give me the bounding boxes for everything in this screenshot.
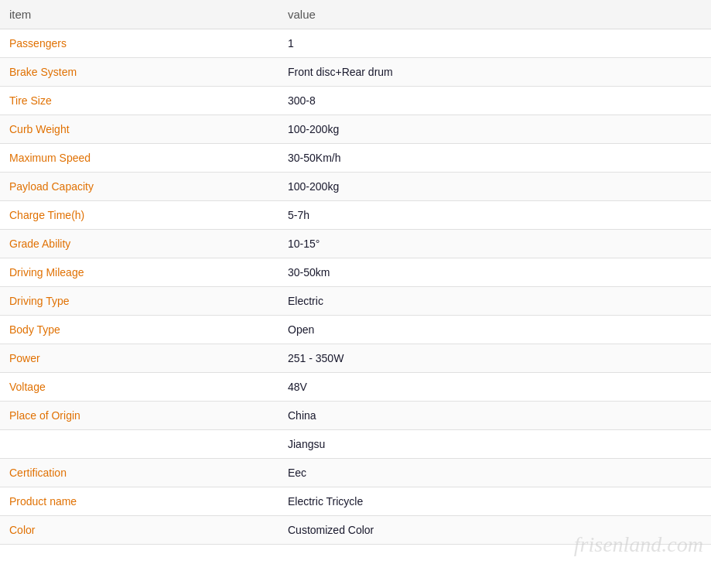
cell-item: Passengers bbox=[0, 29, 279, 58]
table-row: Passengers1 bbox=[0, 29, 711, 58]
table-row: Body TypeOpen bbox=[0, 316, 711, 344]
table-header-row: item value bbox=[0, 0, 711, 29]
cell-item bbox=[0, 430, 279, 459]
cell-item: Payload Capacity bbox=[0, 173, 279, 201]
cell-value: Front disc+Rear drum bbox=[279, 58, 711, 87]
cell-item: Driving Type bbox=[0, 287, 279, 316]
cell-item: Curb Weight bbox=[0, 115, 279, 144]
cell-value: Open bbox=[279, 316, 711, 344]
cell-value: 48V bbox=[279, 373, 711, 402]
spec-table: item value Passengers1Brake SystemFront … bbox=[0, 0, 711, 545]
table-row: Driving TypeElectric bbox=[0, 287, 711, 316]
table-row: Tire Size300-8 bbox=[0, 87, 711, 115]
cell-item: Place of Origin bbox=[0, 402, 279, 430]
table-row: Brake SystemFront disc+Rear drum bbox=[0, 58, 711, 87]
table-row: Jiangsu bbox=[0, 430, 711, 459]
cell-value: 251 - 350W bbox=[279, 344, 711, 373]
cell-value: Customized Color bbox=[279, 516, 711, 545]
cell-item: Maximum Speed bbox=[0, 144, 279, 173]
table-row: CertificationEec bbox=[0, 459, 711, 487]
cell-value: 1 bbox=[279, 29, 711, 58]
cell-item: Product name bbox=[0, 487, 279, 516]
cell-item: Brake System bbox=[0, 58, 279, 87]
col-value-header: value bbox=[279, 0, 711, 29]
cell-item: Tire Size bbox=[0, 87, 279, 115]
cell-item: Driving Mileage bbox=[0, 258, 279, 287]
table-row: ColorCustomized Color bbox=[0, 516, 711, 545]
cell-item: Grade Ability bbox=[0, 230, 279, 258]
table-row: Maximum Speed30-50Km/h bbox=[0, 144, 711, 173]
cell-item: Certification bbox=[0, 459, 279, 487]
spec-table-container: item value Passengers1Brake SystemFront … bbox=[0, 0, 711, 545]
cell-item: Body Type bbox=[0, 316, 279, 344]
cell-item: Power bbox=[0, 344, 279, 373]
cell-value: Electric bbox=[279, 287, 711, 316]
table-row: Place of OriginChina bbox=[0, 402, 711, 430]
cell-item: Voltage bbox=[0, 373, 279, 402]
table-row: Charge Time(h)5-7h bbox=[0, 201, 711, 230]
cell-value: 5-7h bbox=[279, 201, 711, 230]
table-row: Curb Weight100-200kg bbox=[0, 115, 711, 144]
table-row: Driving Mileage30-50km bbox=[0, 258, 711, 287]
cell-value: Eec bbox=[279, 459, 711, 487]
cell-item: Charge Time(h) bbox=[0, 201, 279, 230]
cell-value: 300-8 bbox=[279, 87, 711, 115]
cell-value: 100-200kg bbox=[279, 173, 711, 201]
table-row: Product nameElectric Tricycle bbox=[0, 487, 711, 516]
cell-value: Electric Tricycle bbox=[279, 487, 711, 516]
cell-value: 10-15° bbox=[279, 230, 711, 258]
cell-value: 30-50km bbox=[279, 258, 711, 287]
cell-item: Color bbox=[0, 516, 279, 545]
table-row: Voltage48V bbox=[0, 373, 711, 402]
table-row: Power251 - 350W bbox=[0, 344, 711, 373]
cell-value: China bbox=[279, 402, 711, 430]
table-row: Payload Capacity100-200kg bbox=[0, 173, 711, 201]
table-row: Grade Ability10-15° bbox=[0, 230, 711, 258]
table-body: Passengers1Brake SystemFront disc+Rear d… bbox=[0, 29, 711, 545]
cell-value: 100-200kg bbox=[279, 115, 711, 144]
cell-value: 30-50Km/h bbox=[279, 144, 711, 173]
cell-value: Jiangsu bbox=[279, 430, 711, 459]
col-item-header: item bbox=[0, 0, 279, 29]
